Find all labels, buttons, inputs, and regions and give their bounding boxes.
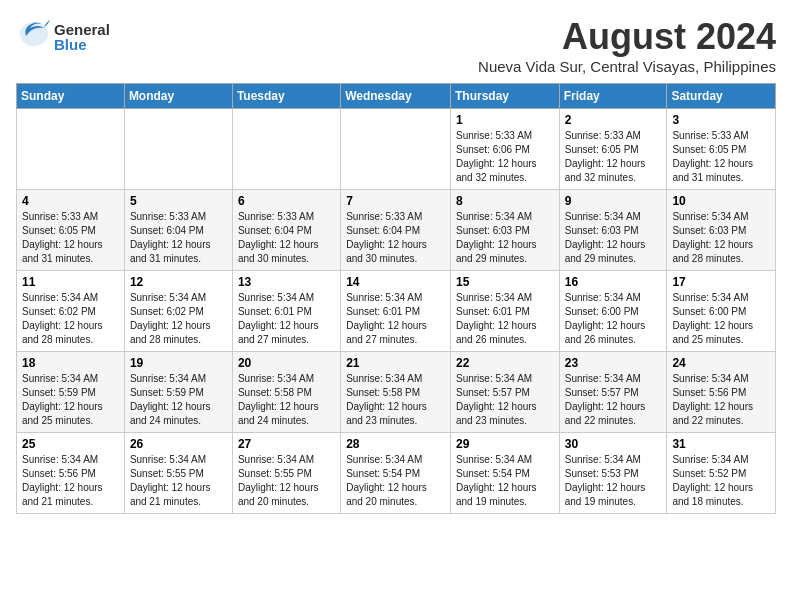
calendar-cell: 26Sunrise: 5:34 AMSunset: 5:55 PMDayligh… [124, 433, 232, 514]
day-number: 24 [672, 356, 770, 370]
title-block: August 2024 Nueva Vida Sur, Central Visa… [478, 16, 776, 75]
calendar-cell: 5Sunrise: 5:33 AMSunset: 6:04 PMDaylight… [124, 190, 232, 271]
calendar-header-monday: Monday [124, 84, 232, 109]
calendar-header-row: SundayMondayTuesdayWednesdayThursdayFrid… [17, 84, 776, 109]
calendar-cell: 1Sunrise: 5:33 AMSunset: 6:06 PMDaylight… [450, 109, 559, 190]
calendar-week-row: 18Sunrise: 5:34 AMSunset: 5:59 PMDayligh… [17, 352, 776, 433]
calendar-cell: 18Sunrise: 5:34 AMSunset: 5:59 PMDayligh… [17, 352, 125, 433]
day-number: 31 [672, 437, 770, 451]
calendar-cell: 2Sunrise: 5:33 AMSunset: 6:05 PMDaylight… [559, 109, 667, 190]
day-info: Sunrise: 5:34 AMSunset: 5:57 PMDaylight:… [456, 372, 554, 428]
calendar-week-row: 4Sunrise: 5:33 AMSunset: 6:05 PMDaylight… [17, 190, 776, 271]
calendar-cell: 14Sunrise: 5:34 AMSunset: 6:01 PMDayligh… [341, 271, 451, 352]
calendar-cell: 3Sunrise: 5:33 AMSunset: 6:05 PMDaylight… [667, 109, 776, 190]
calendar-header-friday: Friday [559, 84, 667, 109]
day-number: 23 [565, 356, 662, 370]
day-info: Sunrise: 5:34 AMSunset: 6:00 PMDaylight:… [672, 291, 770, 347]
day-number: 18 [22, 356, 119, 370]
day-number: 5 [130, 194, 227, 208]
day-number: 7 [346, 194, 445, 208]
day-number: 4 [22, 194, 119, 208]
day-info: Sunrise: 5:34 AMSunset: 6:01 PMDaylight:… [346, 291, 445, 347]
day-number: 10 [672, 194, 770, 208]
calendar-cell: 21Sunrise: 5:34 AMSunset: 5:58 PMDayligh… [341, 352, 451, 433]
calendar-cell: 6Sunrise: 5:33 AMSunset: 6:04 PMDaylight… [232, 190, 340, 271]
day-number: 22 [456, 356, 554, 370]
location-subtitle: Nueva Vida Sur, Central Visayas, Philipp… [478, 58, 776, 75]
calendar-cell: 22Sunrise: 5:34 AMSunset: 5:57 PMDayligh… [450, 352, 559, 433]
day-info: Sunrise: 5:34 AMSunset: 6:00 PMDaylight:… [565, 291, 662, 347]
day-info: Sunrise: 5:34 AMSunset: 5:55 PMDaylight:… [238, 453, 335, 509]
calendar-week-row: 25Sunrise: 5:34 AMSunset: 5:56 PMDayligh… [17, 433, 776, 514]
calendar-header-sunday: Sunday [17, 84, 125, 109]
day-number: 11 [22, 275, 119, 289]
day-info: Sunrise: 5:34 AMSunset: 6:03 PMDaylight:… [672, 210, 770, 266]
calendar-cell: 27Sunrise: 5:34 AMSunset: 5:55 PMDayligh… [232, 433, 340, 514]
calendar-cell: 16Sunrise: 5:34 AMSunset: 6:00 PMDayligh… [559, 271, 667, 352]
day-info: Sunrise: 5:34 AMSunset: 5:52 PMDaylight:… [672, 453, 770, 509]
day-info: Sunrise: 5:34 AMSunset: 5:59 PMDaylight:… [22, 372, 119, 428]
page-header: General Blue August 2024 Nueva Vida Sur,… [16, 16, 776, 75]
day-number: 30 [565, 437, 662, 451]
calendar-cell [232, 109, 340, 190]
day-number: 27 [238, 437, 335, 451]
day-number: 8 [456, 194, 554, 208]
day-number: 12 [130, 275, 227, 289]
day-info: Sunrise: 5:33 AMSunset: 6:05 PMDaylight:… [672, 129, 770, 185]
day-info: Sunrise: 5:34 AMSunset: 6:02 PMDaylight:… [130, 291, 227, 347]
calendar-cell: 15Sunrise: 5:34 AMSunset: 6:01 PMDayligh… [450, 271, 559, 352]
calendar-week-row: 11Sunrise: 5:34 AMSunset: 6:02 PMDayligh… [17, 271, 776, 352]
day-number: 2 [565, 113, 662, 127]
calendar-cell: 17Sunrise: 5:34 AMSunset: 6:00 PMDayligh… [667, 271, 776, 352]
day-number: 21 [346, 356, 445, 370]
day-number: 16 [565, 275, 662, 289]
day-number: 14 [346, 275, 445, 289]
day-info: Sunrise: 5:33 AMSunset: 6:05 PMDaylight:… [565, 129, 662, 185]
calendar-cell: 29Sunrise: 5:34 AMSunset: 5:54 PMDayligh… [450, 433, 559, 514]
calendar-cell [124, 109, 232, 190]
calendar-header-tuesday: Tuesday [232, 84, 340, 109]
calendar-cell: 10Sunrise: 5:34 AMSunset: 6:03 PMDayligh… [667, 190, 776, 271]
day-number: 1 [456, 113, 554, 127]
calendar-cell: 8Sunrise: 5:34 AMSunset: 6:03 PMDaylight… [450, 190, 559, 271]
day-info: Sunrise: 5:34 AMSunset: 5:58 PMDaylight:… [238, 372, 335, 428]
calendar-cell: 24Sunrise: 5:34 AMSunset: 5:56 PMDayligh… [667, 352, 776, 433]
calendar-header-saturday: Saturday [667, 84, 776, 109]
calendar-cell: 7Sunrise: 5:33 AMSunset: 6:04 PMDaylight… [341, 190, 451, 271]
logo: General Blue [16, 16, 110, 58]
day-number: 20 [238, 356, 335, 370]
calendar-cell: 28Sunrise: 5:34 AMSunset: 5:54 PMDayligh… [341, 433, 451, 514]
day-number: 9 [565, 194, 662, 208]
day-info: Sunrise: 5:34 AMSunset: 5:58 PMDaylight:… [346, 372, 445, 428]
calendar-cell: 30Sunrise: 5:34 AMSunset: 5:53 PMDayligh… [559, 433, 667, 514]
day-info: Sunrise: 5:33 AMSunset: 6:04 PMDaylight:… [346, 210, 445, 266]
day-info: Sunrise: 5:34 AMSunset: 5:56 PMDaylight:… [22, 453, 119, 509]
day-number: 6 [238, 194, 335, 208]
day-info: Sunrise: 5:34 AMSunset: 6:02 PMDaylight:… [22, 291, 119, 347]
calendar-week-row: 1Sunrise: 5:33 AMSunset: 6:06 PMDaylight… [17, 109, 776, 190]
day-info: Sunrise: 5:34 AMSunset: 6:03 PMDaylight:… [565, 210, 662, 266]
day-info: Sunrise: 5:34 AMSunset: 5:54 PMDaylight:… [456, 453, 554, 509]
logo-bird-icon [16, 16, 52, 58]
month-year-title: August 2024 [478, 16, 776, 58]
calendar-cell [17, 109, 125, 190]
day-info: Sunrise: 5:34 AMSunset: 5:54 PMDaylight:… [346, 453, 445, 509]
calendar-header-wednesday: Wednesday [341, 84, 451, 109]
day-info: Sunrise: 5:34 AMSunset: 5:59 PMDaylight:… [130, 372, 227, 428]
day-info: Sunrise: 5:34 AMSunset: 5:57 PMDaylight:… [565, 372, 662, 428]
day-info: Sunrise: 5:34 AMSunset: 5:56 PMDaylight:… [672, 372, 770, 428]
day-info: Sunrise: 5:34 AMSunset: 6:03 PMDaylight:… [456, 210, 554, 266]
calendar-cell: 4Sunrise: 5:33 AMSunset: 6:05 PMDaylight… [17, 190, 125, 271]
logo-name: General Blue [54, 22, 110, 52]
calendar-cell: 19Sunrise: 5:34 AMSunset: 5:59 PMDayligh… [124, 352, 232, 433]
day-number: 29 [456, 437, 554, 451]
day-number: 28 [346, 437, 445, 451]
day-number: 15 [456, 275, 554, 289]
day-number: 19 [130, 356, 227, 370]
day-number: 25 [22, 437, 119, 451]
calendar-cell: 31Sunrise: 5:34 AMSunset: 5:52 PMDayligh… [667, 433, 776, 514]
calendar-cell: 20Sunrise: 5:34 AMSunset: 5:58 PMDayligh… [232, 352, 340, 433]
day-number: 13 [238, 275, 335, 289]
day-info: Sunrise: 5:34 AMSunset: 5:53 PMDaylight:… [565, 453, 662, 509]
calendar-header-thursday: Thursday [450, 84, 559, 109]
